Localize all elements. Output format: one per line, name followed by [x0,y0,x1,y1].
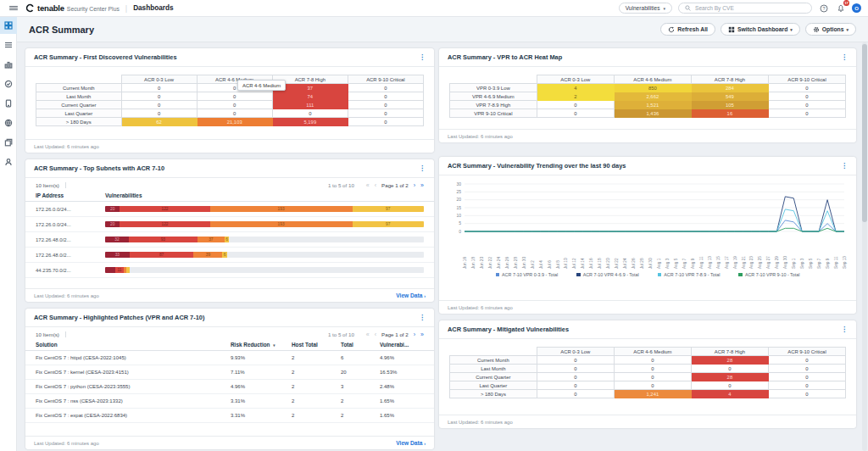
bar-segment: 6 [225,237,229,242]
help-button[interactable]: ? [818,3,829,14]
sidebar-item-assets[interactable] [0,95,17,112]
svg-text:Aug 1: Aug 1 [657,258,661,269]
patch-row[interactable]: Fix CentOS 7 : kernel (CESA-2023:4151)7.… [25,365,434,380]
patch-row[interactable]: Fix CentOS 7 : python (CESA-2023:3555)4.… [25,380,434,394]
last-page-icon[interactable]: » [420,182,424,188]
heatmap-row-label: Last Month [36,92,122,101]
scrollbar-thumb[interactable] [862,44,867,222]
prev-page-icon[interactable]: ‹ [375,331,376,337]
svg-text:Jun 24: Jun 24 [497,257,501,269]
patch-row[interactable]: Fix CentOS 7 : httpd (CESA-2022:1045)9.9… [25,351,434,365]
sidebar [0,17,17,451]
subnet-row[interactable]: 44.235.70.0/2...11 [25,263,434,278]
refresh-all-button[interactable]: Refresh All [660,23,715,36]
notifications-button[interactable]: 17 [835,3,846,14]
view-data-link[interactable]: View Data › [396,292,426,298]
sidebar-item-analysis[interactable] [0,36,17,53]
legend-item[interactable]: ACR 7-10 VPR 4-6.9 - Total [576,272,639,277]
chart-legend: ACR 7-10 VPR 0-3.9 - TotalACR 7-10 VPR 4… [439,272,856,277]
next-page-icon[interactable]: › [414,331,415,337]
svg-text:Aug 7: Aug 7 [682,258,687,269]
bar-segment: 39 [193,252,222,258]
bar-segment: 122 [120,206,209,212]
view-data-link[interactable]: View Data › [396,440,426,446]
sidebar-item-users[interactable] [0,153,17,170]
next-page-icon[interactable]: › [414,182,415,188]
heatmap-cell: 0 [348,109,423,118]
kebab-menu-icon[interactable]: ⋮ [419,165,426,172]
legend-item[interactable]: ACR 7-10 VPR 0-3.9 - Total [496,272,559,277]
sidebar-item-dashboards[interactable] [0,17,17,34]
panel-first-discovered: ACR Summary - First Discovered Vulnerabi… [25,48,434,153]
heatmap-cell: 0 [197,109,272,118]
svg-text:Jul 4: Jul 4 [539,260,543,269]
sidebar-item-solutions[interactable] [0,56,17,73]
patch-list: Fix CentOS 7 : httpd (CESA-2022:1045)9.9… [25,351,434,423]
nav-dashboards[interactable]: Dashboards [133,4,173,12]
svg-text:Sep 7: Sep 7 [817,258,821,269]
kebab-menu-icon[interactable]: ⋮ [419,315,426,321]
heatmap-cell: 0 [768,373,845,381]
svg-text:Jul 6: Jul 6 [548,260,552,269]
heatmap-cell: 21,103 [197,118,272,126]
search-input[interactable]: Search By CVE [678,3,812,14]
patch-col-header[interactable]: Risk Reduction ▾ [231,342,292,348]
subnet-row[interactable]: 172.26.48.0/2...3293376 [25,232,434,248]
patch-solution: Fix CentOS 7 : expat (CESA-2022:6834) [36,413,231,418]
kebab-menu-icon[interactable]: ⋮ [841,54,848,61]
sidebar-item-workflow[interactable] [0,114,17,131]
heatmap-row-label: Current Quarter [450,373,537,381]
subnet-row[interactable]: 172.26.0.0/24...2012219397 [25,217,434,232]
legend-item[interactable]: ACR 7-10 VPR 9-10 - Total [738,272,799,277]
heatmap-cell: 28 [691,356,768,365]
heatmap-row-label: Last Quarter [36,109,122,118]
arrow-right-icon: › [424,441,426,446]
heatmap-cell: 62 [121,118,197,126]
legend-item[interactable]: ACR 7-10 VPR 7-8.9 - Total [658,272,721,277]
last-page-icon[interactable]: » [420,331,424,337]
svg-text:Aug 9: Aug 9 [691,258,695,269]
first-page-icon[interactable]: « [366,182,370,188]
svg-text:Jul 24: Jul 24 [623,258,627,269]
svg-text:15: 15 [456,205,461,210]
hamburger-menu-icon[interactable] [8,4,19,13]
patch-column-headers: SolutionRisk Reduction ▾Host TotalTotalV… [25,340,434,351]
kebab-menu-icon[interactable]: ⋮ [841,163,848,170]
kebab-menu-icon[interactable]: ⋮ [841,326,848,333]
patch-row[interactable]: Fix CentOS 7 : expat (CESA-2022:6834)3.3… [25,409,434,423]
svg-text:Jul 28: Jul 28 [640,258,644,269]
patch-row[interactable]: Fix CentOS 7 : nss (CESA-2023:1332)3.31%… [25,394,434,409]
svg-text:25: 25 [456,189,461,194]
kebab-menu-icon[interactable]: ⋮ [419,54,426,61]
scope-dropdown[interactable]: Vulnerabilities ▾ [619,3,672,14]
notification-badge: 17 [843,0,849,6]
bar-segment: 33 [105,252,130,258]
avatar[interactable]: O [852,3,861,13]
help-icon: ? [820,4,828,13]
dashboard-content: ACR Summary - First Discovered Vulnerabi… [17,42,868,451]
col-header-ip: IP Address [36,192,105,198]
svg-text:Jun 26: Jun 26 [505,257,509,269]
patch-total: 2 [341,413,380,418]
patch-risk-reduction: 3.31% [231,398,292,404]
first-page-icon[interactable]: « [366,331,370,337]
heatmap-cell: 850 [614,84,691,92]
last-updated: Last Updated: 6 minutes ago [34,441,99,446]
heatmap-cell: 5,199 [272,118,348,126]
heatmap-cell: 16 [691,109,768,118]
subnet-row[interactable]: 172.26.0.0/24...2012219397 [25,202,434,217]
hover-tooltip: ACR 4-6 Medium [237,80,286,91]
sidebar-item-scans[interactable] [0,75,17,92]
bar-segment: 97 [353,221,424,227]
last-updated: Last Updated: 6 minutes ago [448,134,513,139]
options-button[interactable]: Options ▾ [805,23,856,36]
svg-text:Aug 11: Aug 11 [699,256,704,269]
sidebar-item-reports[interactable] [0,134,17,151]
switch-dashboard-button[interactable]: Switch Dashboard ▾ [721,23,800,36]
subnet-row[interactable]: 172.26.48.0/2...3387396 [25,248,434,263]
prev-page-icon[interactable]: ‹ [375,182,376,188]
svg-text:10: 10 [456,213,461,218]
svg-text:30: 30 [456,181,461,187]
heatmap-cell: 0 [691,365,768,373]
heatmap-cell: 284 [691,84,768,92]
